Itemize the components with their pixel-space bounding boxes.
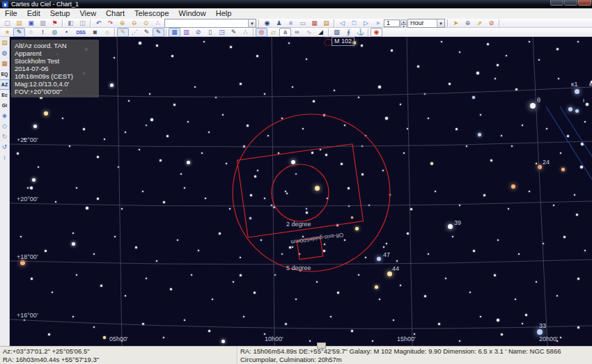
coord-gl-button[interactable]: Gl (0, 100, 10, 111)
horizon-fill-icon[interactable]: ◢ (315, 28, 327, 37)
telescope-connect-icon[interactable]: ➤ (450, 19, 462, 28)
coord-ec-button[interactable]: Ec (0, 90, 10, 100)
copy-chart-icon[interactable]: ◧ (65, 19, 77, 28)
pencil-dark-icon[interactable]: ✎ (141, 28, 153, 37)
field-frame-icon[interactable]: ◳ (216, 28, 228, 37)
search-binoculars-icon[interactable]: ◉ (261, 19, 273, 28)
chain-link-icon[interactable]: ∞ (291, 28, 303, 37)
multi-window-icon[interactable]: ◫ (77, 19, 88, 28)
save-icon[interactable]: ▣ (25, 19, 37, 28)
observatory-marker-icon[interactable]: ▯ (204, 28, 216, 37)
pane-splitter-grip[interactable] (317, 342, 326, 349)
telescope-sync-icon[interactable]: ⇗ (474, 19, 485, 28)
star-label: 47 (383, 251, 390, 258)
star-label: θ (537, 97, 540, 104)
redo-icon[interactable]: ↷ (104, 19, 116, 28)
pan-move-icon[interactable]: ◈ (0, 111, 10, 121)
time-step-back-icon[interactable]: ◁ (336, 19, 348, 28)
chart-layers-icon[interactable]: ▤ (320, 19, 332, 28)
menu-help[interactable]: Help (211, 8, 237, 19)
dss-image-icon[interactable]: DSS (72, 28, 89, 37)
close-button[interactable] (578, 0, 591, 6)
show-asteroids-icon[interactable]: ! (37, 28, 49, 37)
menu-window[interactable]: Window (174, 8, 211, 19)
menu-edit[interactable]: Edit (22, 8, 45, 19)
star-label: 33 (539, 322, 546, 329)
dotted-trail-icon[interactable]: ∴ (240, 28, 251, 37)
eraser-icon[interactable]: ▱ (267, 28, 279, 37)
rotate-cw-icon[interactable]: ↻ (0, 132, 10, 142)
attach-link-icon[interactable]: ∮ (343, 28, 355, 37)
info-line: Apparent (15, 49, 95, 57)
print-chart-icon[interactable]: ▤ (0, 38, 10, 48)
limit-magnitude-icon[interactable]: ∴ (152, 19, 164, 28)
zoom-out-icon[interactable]: ⊖ (128, 19, 140, 28)
config-folder-icon[interactable]: ▧ (331, 28, 343, 37)
minimize-button[interactable] (550, 0, 563, 6)
star-label: 44 (392, 265, 399, 272)
undo-icon[interactable]: ↶ (93, 19, 104, 28)
show-planets-icon[interactable]: ○ (25, 28, 37, 37)
menu-chart[interactable]: Chart (101, 8, 130, 19)
menu-setup[interactable]: Setup (45, 8, 75, 19)
ra-grid-label: 15h00' (397, 335, 416, 342)
show-picture-icon[interactable]: ☼ (101, 28, 113, 37)
night-vision-icon[interactable]: ◉ (371, 28, 382, 37)
time-step-forward-icon[interactable]: ▷ (360, 19, 372, 28)
object-search-combo[interactable]: ▾ (164, 19, 256, 28)
meteor-trail-icon[interactable]: ⋰ (129, 28, 141, 37)
coord-eq-button[interactable]: EQ (0, 69, 10, 79)
ra-grid-label: 20h00' (539, 335, 558, 342)
m102-label: M 102 (332, 37, 355, 46)
title-bar: Cartes du Ciel - Chart_1 (0, 0, 592, 8)
chevron-down-icon[interactable]: ▾ (437, 19, 444, 27)
pencil-fill-icon[interactable]: ✎ (153, 28, 164, 37)
pen-dark2-icon[interactable]: ✎ (228, 28, 240, 37)
world-map-icon[interactable]: ◍ (0, 48, 10, 58)
sky-background-icon[interactable]: ▦ (0, 58, 10, 69)
time-now-icon[interactable]: □ (348, 19, 360, 28)
grid-toggle-icon[interactable]: ▦ (169, 28, 180, 37)
maximize-button[interactable] (564, 0, 577, 6)
show-nebulae-icon[interactable]: • (61, 28, 72, 37)
zoom-default-icon[interactable]: ⊙ (140, 19, 152, 28)
chart-pen-icon[interactable]: ✎ (13, 28, 25, 37)
label-toggle-icon[interactable]: a (279, 28, 291, 37)
flip-vertical-icon[interactable]: ↕ (0, 152, 10, 163)
spinner-up-icon[interactable]: ▴ (400, 19, 407, 24)
finder-circle-icon[interactable]: ◎ (256, 28, 267, 37)
time-step-unit-combo[interactable]: Hour▾ (407, 19, 445, 28)
default-chart-icon[interactable]: ⚑ (49, 19, 61, 28)
altitude-grid-label: +20°00' (17, 196, 38, 203)
menu-view[interactable]: View (75, 8, 101, 19)
coord-az-button[interactable]: AZ (0, 79, 10, 90)
print-icon[interactable]: ▥ (37, 19, 49, 28)
clouds-icon[interactable]: ∿ (303, 28, 315, 37)
time-step-value[interactable]: 1 (384, 19, 400, 27)
telescope-abort-icon[interactable]: ⊘ (485, 19, 497, 28)
sky-chart[interactable]: Off-axis-guide500mm+22°00'+20°00'+18°00'… (10, 37, 592, 346)
anchor-icon[interactable]: ⚓ (355, 28, 366, 37)
observer-position-icon[interactable]: ♟ (273, 19, 285, 28)
date-time-icon[interactable]: ▦ (309, 19, 320, 28)
zoom-in-icon[interactable]: ⊕ (116, 19, 128, 28)
show-stars-icon[interactable]: ★ (1, 28, 13, 37)
chevron-down-icon[interactable]: ▾ (248, 19, 256, 27)
info-line: 10h18m09s (CEST) (15, 72, 95, 80)
draw-tool-icon[interactable]: ✎ (117, 28, 129, 37)
menu-telescope[interactable]: Telescope (130, 8, 174, 19)
image-frame-icon[interactable]: ▭ (297, 19, 309, 28)
show-milkyway-icon[interactable]: ◍ (49, 28, 61, 37)
rotate-ccw-icon[interactable]: ↺ (0, 142, 10, 152)
compass-rose-icon[interactable]: ⊘ (192, 28, 204, 37)
ephemeris-grid-icon[interactable]: ▥ (180, 28, 192, 37)
center-cursor-icon[interactable]: ◇ (0, 121, 10, 132)
menu-file[interactable]: File (0, 8, 22, 19)
time-run-icon[interactable]: » (372, 19, 384, 28)
object-list-icon[interactable]: ≡ (285, 19, 297, 28)
open-folder-icon[interactable]: ▤ (13, 19, 25, 28)
telescope-goto-icon[interactable]: ⊕ (462, 19, 474, 28)
toolbar-separator (253, 29, 254, 36)
new-file-icon[interactable]: ▢ (1, 19, 13, 28)
background-image-icon[interactable]: ◙ (89, 28, 101, 37)
